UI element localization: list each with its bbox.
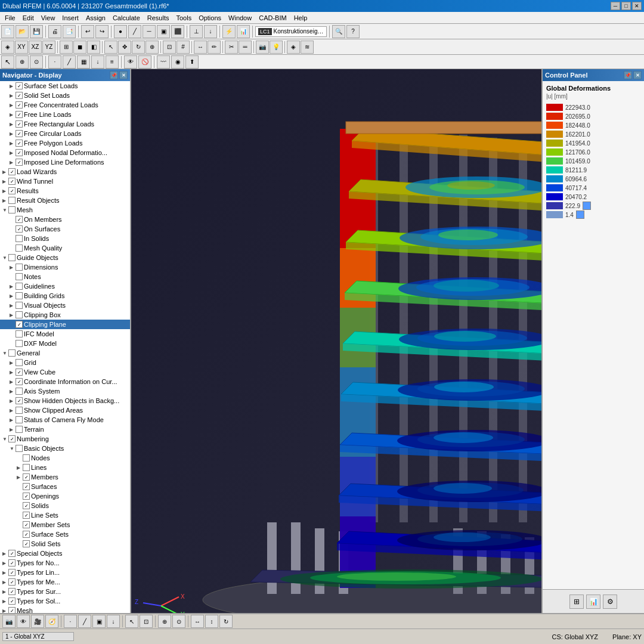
tree-checkbox[interactable] [8, 559, 16, 566]
tree-checkbox[interactable] [16, 120, 23, 128]
grid-toggle-btn[interactable]: # [177, 41, 190, 54]
bt-snap2-btn[interactable]: ⊙ [172, 615, 185, 628]
snap-btn[interactable]: ⊡ [163, 41, 176, 54]
tree-checkbox[interactable] [8, 597, 16, 605]
tree-item[interactable]: ▶Types for Sur... [0, 587, 130, 596]
show-all-btn[interactable]: 👁 [124, 55, 137, 69]
tree-item[interactable]: ▼Mesh [0, 205, 130, 215]
dimension-btn[interactable]: ↔ [194, 41, 207, 54]
wireframe-btn[interactable]: ⊞ [60, 41, 73, 54]
bt-nav-btn[interactable]: 🧭 [45, 615, 58, 628]
tree-checkbox[interactable] [16, 101, 23, 109]
tree-item[interactable]: ▶Show Clipped Areas [0, 405, 130, 415]
section-btn[interactable]: ═ [239, 41, 252, 54]
nav-close-btn[interactable]: ✕ [119, 71, 128, 79]
zoom-btn[interactable]: 🔍 [332, 25, 345, 38]
tree-checkbox[interactable] [16, 149, 23, 156]
open-btn[interactable]: 📂 [16, 25, 29, 38]
bt-line-btn[interactable]: ╱ [78, 615, 91, 628]
surface-disp-btn[interactable]: ◈ [287, 41, 300, 54]
coord-system-dropdown[interactable]: 1 - Global XYZ [2, 632, 74, 641]
cp-close-btn[interactable]: ✕ [633, 71, 642, 79]
tree-item[interactable]: ▶Load Wizards [0, 167, 130, 177]
tree-checkbox[interactable] [8, 178, 16, 185]
tree-item[interactable]: In Solids [0, 234, 130, 243]
tree-item[interactable]: ▶Free Line Loads [0, 110, 130, 119]
light-btn[interactable]: 💡 [270, 41, 283, 54]
result-btn[interactable]: 📊 [237, 25, 250, 38]
menu-item-results[interactable]: Results [144, 12, 173, 23]
tree-checkbox[interactable] [16, 273, 23, 280]
tree-checkbox[interactable] [23, 464, 30, 471]
bt-surf-btn[interactable]: ▣ [92, 615, 106, 628]
tree-item[interactable]: ▶Imposed Line Deformations [0, 157, 130, 167]
filter-btn[interactable]: ⊙ [30, 55, 43, 69]
view3d-btn[interactable]: ◈ [1, 41, 14, 54]
tree-item[interactable]: Notes [0, 272, 130, 281]
tree-item[interactable]: ▼Numbering [0, 434, 130, 444]
undo-btn[interactable]: ↩ [81, 25, 94, 38]
tree-checkbox[interactable] [16, 340, 23, 347]
tree-item[interactable]: ▶Free Polygon Loads [0, 138, 130, 148]
tree-item[interactable]: Surface Sets [0, 530, 130, 539]
tree-checkbox[interactable] [8, 550, 16, 557]
tree-item[interactable]: Openings [0, 491, 130, 501]
tree-checkbox[interactable] [8, 197, 16, 204]
tree-item[interactable]: ▶Types for Lin... [0, 568, 130, 577]
tree-checkbox[interactable] [16, 82, 23, 89]
tree-checkbox[interactable] [16, 359, 23, 366]
menu-item-file[interactable]: File [1, 12, 19, 23]
tree-checkbox[interactable] [8, 349, 16, 357]
tree-item[interactable]: ▶Members [0, 472, 130, 482]
tree-item[interactable]: ▼Guide Objects [0, 253, 130, 262]
tree-item[interactable]: ▶Status of Camera Fly Mode [0, 415, 130, 425]
tree-checkbox[interactable] [16, 264, 23, 271]
tree-checkbox[interactable] [23, 493, 30, 500]
tree-checkbox[interactable] [16, 292, 23, 299]
tree-checkbox[interactable] [16, 92, 23, 99]
tree-checkbox[interactable] [16, 378, 23, 385]
tree-item[interactable]: ▶Grid [0, 358, 130, 367]
tree-checkbox[interactable] [16, 111, 23, 118]
tree-item[interactable]: ▶Free Rectangular Loads [0, 119, 130, 129]
tree-checkbox[interactable] [16, 311, 23, 318]
pick-btn[interactable]: ⊕ [16, 55, 29, 69]
menu-item-view[interactable]: View [38, 12, 59, 23]
tree-checkbox[interactable] [8, 588, 16, 595]
tree-checkbox[interactable] [8, 435, 16, 442]
menu-item-help[interactable]: Help [290, 12, 311, 23]
tree-checkbox[interactable] [8, 578, 16, 586]
surface-btn[interactable]: ▣ [157, 25, 170, 38]
line-btn[interactable]: ╱ [128, 25, 141, 38]
tree-item[interactable]: ▶Types for No... [0, 558, 130, 568]
tree-item[interactable]: ▶Surface Set Loads [0, 81, 130, 91]
help-btn[interactable]: ? [346, 25, 360, 38]
bt-d1-btn[interactable]: ↔ [191, 615, 204, 628]
member-btn[interactable]: ─ [143, 25, 156, 38]
tree-checkbox[interactable] [8, 206, 16, 213]
tree-item[interactable]: ▶Results [0, 186, 130, 196]
tree-item[interactable]: Solids [0, 501, 130, 510]
tree-item[interactable]: ▼General [0, 348, 130, 358]
tree-checkbox[interactable] [8, 607, 16, 613]
tree-checkbox[interactable] [16, 397, 23, 404]
tree-item[interactable]: ▶Building Grids [0, 291, 130, 301]
move-btn[interactable]: ✥ [118, 41, 131, 54]
surf-icon-btn[interactable]: ▦ [77, 55, 90, 69]
support-btn[interactable]: ⊥ [190, 25, 203, 38]
tree-item[interactable]: Nodes [0, 453, 130, 463]
node-icon-btn[interactable]: · [48, 55, 61, 69]
tree-item[interactable]: ▶Result Objects [0, 196, 130, 205]
close-button[interactable]: ✕ [632, 2, 642, 10]
tree-item[interactable]: Clipping Plane [0, 320, 130, 329]
cp-graph-btn[interactable]: 📊 [586, 595, 600, 609]
tree-item[interactable]: ▶Coordinate Information on Cur... [0, 377, 130, 386]
tree-item[interactable]: ▶Wind Tunnel [0, 177, 130, 186]
tree-item[interactable]: ▶Free Concentrated Loads [0, 100, 130, 110]
tree-item[interactable]: IFC Model [0, 329, 130, 339]
zoom-fit-btn[interactable]: ⊕ [145, 41, 159, 54]
camera-btn[interactable]: 📷 [256, 41, 269, 54]
menu-item-calculate[interactable]: Calculate [109, 12, 144, 23]
tree-item[interactable]: ▶Terrain [0, 425, 130, 434]
tree-checkbox[interactable] [16, 235, 23, 242]
